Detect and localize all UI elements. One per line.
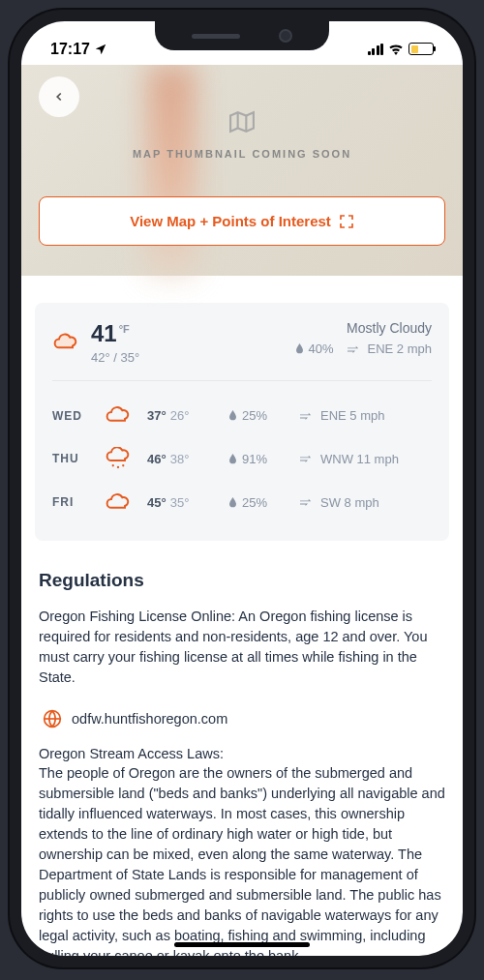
wind-icon — [300, 454, 316, 463]
svg-point-4 — [117, 466, 119, 468]
weather-card: 41 °F 42° / 35° Mostly Cloudy 40% — [35, 303, 449, 541]
globe-icon — [43, 709, 62, 728]
wind-icon — [300, 411, 316, 421]
weather-current-icon — [52, 320, 79, 365]
forecast-list: WED 37°26° 25% ENE 5 mph THU 46°38° 91% … — [52, 395, 432, 523]
humidity-icon — [228, 410, 237, 421]
home-indicator[interactable] — [174, 942, 310, 947]
map-icon — [227, 109, 257, 134]
rain-icon — [105, 447, 132, 471]
svg-point-3 — [112, 464, 114, 466]
view-map-button[interactable]: View Map + Points of Interest — [39, 196, 445, 246]
humidity-icon — [295, 343, 304, 354]
wind-icon — [348, 344, 363, 354]
current-temp: 41 — [91, 320, 117, 347]
map-placeholder-text: MAP THUMBNAIL COMING SOON — [39, 148, 445, 160]
cloud-icon — [105, 492, 132, 513]
wifi-icon — [388, 44, 404, 55]
map-thumbnail-section: MAP THUMBNAIL COMING SOON View Map + Poi… — [21, 65, 463, 276]
main-scroll[interactable]: MAP THUMBNAIL COMING SOON View Map + Poi… — [21, 65, 463, 956]
access-paragraph: The people of Oregon are the owners of t… — [39, 763, 445, 956]
temp-range: 42° / 35° — [91, 350, 139, 365]
regulations-title: Regulations — [39, 570, 445, 591]
forecast-row: THU 46°38° 91% WNW 11 mph — [52, 436, 432, 482]
access-heading: Oregon Stream Access Laws: — [39, 746, 445, 761]
forecast-row: FRI 45°35° 25% SW 8 mph — [52, 482, 432, 523]
forecast-day: WED — [52, 409, 101, 423]
battery-icon — [408, 43, 434, 55]
regulations-section: Regulations Oregon Fishing License Onlin… — [21, 541, 463, 957]
svg-marker-0 — [230, 112, 254, 132]
condition-text: Mostly Cloudy — [295, 320, 432, 336]
forecast-row: WED 37°26° 25% ENE 5 mph — [52, 395, 432, 436]
license-paragraph: Oregon Fishing License Online: An Oregon… — [39, 607, 445, 688]
forecast-day: FRI — [52, 495, 101, 509]
humidity-icon — [228, 497, 237, 508]
forecast-day: THU — [52, 452, 101, 465]
current-humidity: 40% — [308, 342, 333, 356]
wind-icon — [300, 497, 316, 507]
license-link-text: odfw.huntfishoregon.com — [72, 711, 227, 727]
cloud-icon — [105, 405, 132, 426]
temp-unit: °F — [119, 323, 130, 335]
view-map-label: View Map + Points of Interest — [130, 213, 331, 229]
status-time: 17:17 — [50, 41, 90, 58]
expand-icon — [339, 214, 354, 229]
current-wind: ENE 2 mph — [368, 342, 432, 356]
license-link[interactable]: odfw.huntfishoregon.com — [39, 701, 445, 746]
location-icon — [94, 43, 107, 56]
svg-point-5 — [122, 464, 124, 466]
cellular-signal-icon — [368, 44, 384, 55]
humidity-icon — [228, 454, 237, 464]
chevron-left-icon — [52, 90, 66, 104]
